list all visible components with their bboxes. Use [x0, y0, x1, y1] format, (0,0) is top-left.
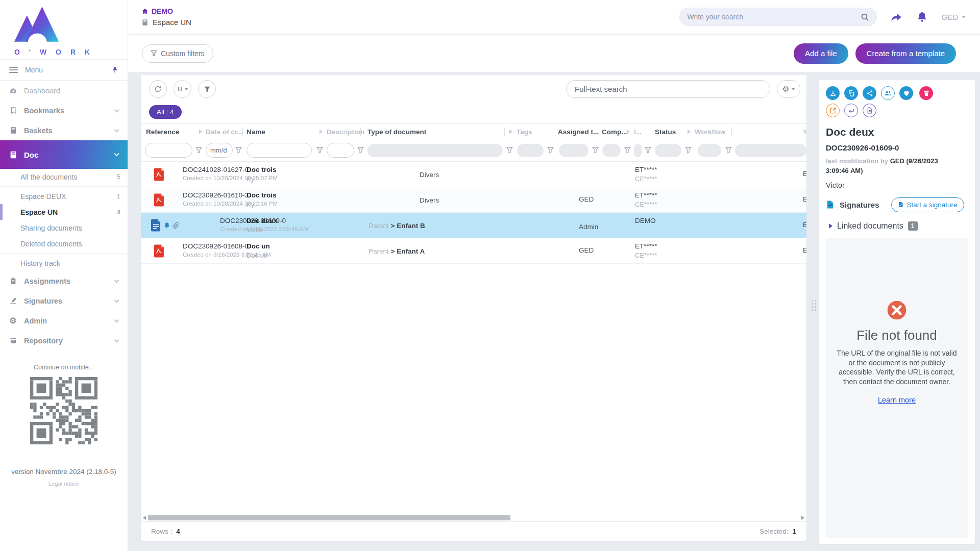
- create-template-button[interactable]: Create from a template: [855, 43, 956, 64]
- signatures-label: Signatures: [840, 201, 879, 209]
- sidebar-item-baskets[interactable]: Baskets: [0, 120, 128, 140]
- columns-button[interactable]: [174, 80, 191, 98]
- scroll-right-arrow[interactable]: [801, 516, 804, 520]
- funnel-icon[interactable]: [547, 146, 554, 156]
- sidebar-item-signatures[interactable]: Signatures: [0, 291, 128, 311]
- filter-status-select[interactable]: [655, 144, 681, 157]
- sidebar-item-espace-un[interactable]: Espace UN 4: [0, 204, 128, 220]
- sidebar-item-repository[interactable]: Repository: [0, 331, 128, 350]
- sidebar-item-all-documents[interactable]: All the documents 5: [0, 169, 128, 185]
- sidebar-item-label: Espace DEUX: [20, 192, 66, 201]
- permissions-users-button[interactable]: [881, 86, 895, 100]
- funnel-icon[interactable]: [506, 146, 513, 156]
- column-header-tags[interactable]: Tags: [517, 128, 532, 136]
- global-search-input[interactable]: [687, 13, 861, 21]
- funnel-icon[interactable]: [725, 146, 732, 156]
- column-header-i[interactable]: I...: [634, 128, 642, 136]
- filter-y-select[interactable]: [735, 144, 806, 157]
- sidebar-item-admin[interactable]: ⚙ Admin: [0, 311, 128, 331]
- hamburger-icon[interactable]: [9, 67, 18, 73]
- filter-description-input[interactable]: [327, 143, 354, 158]
- funnel-icon[interactable]: [645, 146, 651, 156]
- table-settings-button[interactable]: ⚙: [777, 80, 800, 98]
- sidebar-item-espace-deux[interactable]: Espace DEUX 1: [0, 188, 128, 204]
- document-detail-panel: Doc deux DOC230926-01609-0 last modifica…: [819, 80, 975, 544]
- document-properties-button[interactable]: [863, 104, 876, 117]
- scrollbar-thumb[interactable]: [148, 515, 510, 520]
- delete-button[interactable]: [919, 86, 933, 100]
- legal-notice-link[interactable]: Legal notice: [0, 481, 128, 487]
- column-header-y[interactable]: Y: [803, 128, 806, 136]
- add-file-button[interactable]: Add a file: [794, 43, 848, 64]
- share-button[interactable]: [863, 86, 876, 100]
- column-header-type[interactable]: Type of document: [368, 128, 426, 136]
- column-header-name[interactable]: Name: [247, 128, 265, 136]
- table-row-selected[interactable]: DOC230926-01609-0 Created on 9/26/2023 3…: [141, 213, 806, 238]
- column-header-reference[interactable]: Reference: [146, 128, 179, 136]
- user-menu[interactable]: GED: [941, 13, 966, 21]
- filter-assigned-select[interactable]: [559, 144, 589, 157]
- funnel-icon[interactable]: [624, 146, 631, 156]
- sidebar-item-bookmarks[interactable]: Bookmarks: [0, 101, 128, 120]
- share-forward-icon[interactable]: [890, 11, 903, 23]
- column-header-description[interactable]: Description: [327, 128, 364, 136]
- funnel-icon[interactable]: [195, 146, 202, 156]
- sidebar-item-doc[interactable]: Doc: [0, 140, 128, 169]
- expand-arrow-icon[interactable]: [509, 129, 512, 134]
- filter-tags-select[interactable]: [517, 144, 544, 157]
- sidebar-item-sharing-documents[interactable]: Sharing documents: [0, 220, 128, 236]
- table-row[interactable]: DOC230926-01610-3 Created on 10/28/2024 …: [141, 187, 806, 213]
- filter-i-select[interactable]: [634, 144, 642, 157]
- column-header-assigned[interactable]: Assigned t...: [558, 128, 599, 136]
- expand-arrow-icon[interactable]: [199, 129, 202, 134]
- learn-more-link[interactable]: Learn more: [878, 396, 916, 404]
- sidebar-item-label: Repository: [24, 337, 63, 345]
- funnel-icon[interactable]: [316, 146, 323, 156]
- search-icon[interactable]: [861, 13, 869, 21]
- filter-reference-input[interactable]: [145, 143, 192, 158]
- menu-header: Menu: [0, 59, 128, 81]
- expand-arrow-icon[interactable]: [688, 129, 691, 134]
- favorite-heart-button[interactable]: [899, 86, 913, 100]
- column-header-company[interactable]: Comp...: [602, 128, 627, 136]
- column-header-workflow[interactable]: Workflow: [695, 128, 726, 136]
- funnel-icon[interactable]: [235, 146, 242, 156]
- funnel-icon[interactable]: [685, 146, 692, 156]
- expand-arrow-icon[interactable]: [320, 129, 323, 134]
- filter-workflow-select[interactable]: [698, 144, 721, 157]
- sidebar-item-deleted-documents[interactable]: Deleted documents: [0, 236, 128, 252]
- panel-resize-handle[interactable]: [812, 300, 816, 311]
- funnel-icon[interactable]: [592, 146, 599, 156]
- trash-icon: [923, 90, 930, 97]
- horizontal-scrollbar[interactable]: [142, 514, 805, 521]
- column-header-date[interactable]: Date of cr...: [206, 128, 243, 136]
- column-header-status[interactable]: Status: [655, 128, 676, 136]
- filter-name-input[interactable]: [247, 143, 312, 158]
- custom-filters-button[interactable]: Custom filters: [142, 44, 213, 63]
- download-button[interactable]: [826, 86, 840, 100]
- copy-button[interactable]: [844, 86, 858, 100]
- table-row[interactable]: DOC241028-01627-0 Created on 10/28/2024 …: [141, 162, 806, 187]
- linked-documents-toggle[interactable]: Linked documents 1: [826, 221, 968, 231]
- expand-arrow-icon[interactable]: [627, 129, 630, 134]
- breadcrumb-root[interactable]: DEMO: [141, 7, 191, 15]
- filter-date-input[interactable]: mm/d: [206, 143, 233, 158]
- filter-button[interactable]: [198, 80, 216, 98]
- notifications-bell-icon[interactable]: [916, 11, 928, 23]
- sidebar-item-history-track[interactable]: History track: [0, 255, 128, 271]
- primary-actions: Add a file Create from a template: [794, 43, 980, 64]
- table-row[interactable]: DOC230926-01608-0 Created on 9/26/2023 3…: [141, 238, 806, 264]
- funnel-icon[interactable]: [357, 146, 364, 156]
- filter-company-select[interactable]: [602, 144, 621, 157]
- tab-all[interactable]: All : 4: [149, 105, 182, 119]
- open-external-button[interactable]: [826, 104, 840, 117]
- filter-type-select[interactable]: [368, 144, 503, 157]
- return-button[interactable]: [844, 104, 858, 117]
- start-signature-button[interactable]: Start a signature: [891, 197, 964, 212]
- pin-icon[interactable]: [111, 66, 118, 73]
- sidebar-item-dashboard[interactable]: Dashboard: [0, 81, 128, 101]
- scroll-left-arrow[interactable]: [143, 516, 146, 520]
- refresh-button[interactable]: [149, 80, 167, 98]
- sidebar-item-assignments[interactable]: Assignments: [0, 271, 128, 291]
- fulltext-search-input[interactable]: [575, 85, 762, 93]
